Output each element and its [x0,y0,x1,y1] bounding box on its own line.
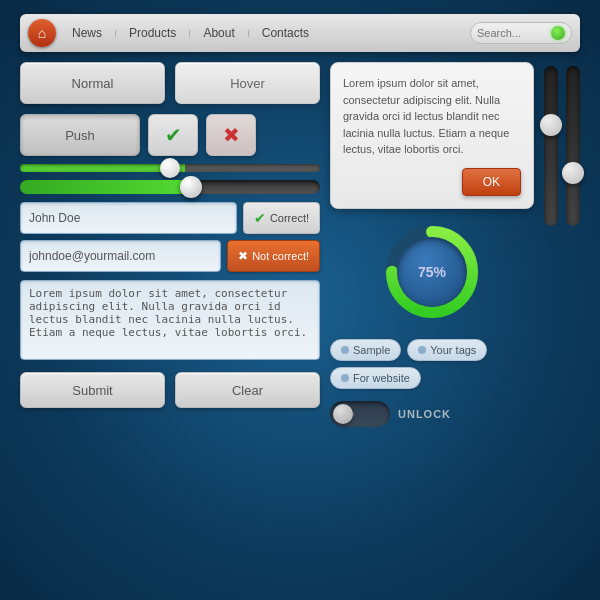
hover-button[interactable]: Hover [175,62,320,104]
tag-label-for-website: For website [353,372,410,384]
dialog-box: Lorem ipsum dolor sit amet, consectetur … [330,62,534,209]
nav-items: News ⁞ Products ⁞ About ⁞ Contacts [64,22,470,44]
circle-progress-container: 75% [382,222,482,322]
clear-button[interactable]: Clear [175,372,320,408]
nav-item-products[interactable]: Products [121,22,184,44]
slider-track-1[interactable] [20,164,320,172]
vslider-thumb-1[interactable] [540,114,562,136]
tag-your-tags[interactable]: Your tags [407,339,487,361]
tag-for-website[interactable]: For website [330,367,421,389]
nav-item-contacts[interactable]: Contacts [254,22,317,44]
nav-sep-1: ⁞ [114,28,117,39]
circle-percent-label: 75% [418,264,446,280]
email-row: ✖ Not correct! [20,240,320,272]
search-bar [470,22,572,44]
dialog-text: Lorem ipsum dolor sit amet, consectetur … [343,75,521,158]
unlock-toggle[interactable] [330,401,390,427]
main-textarea[interactable]: Lorem ipsum dolor sit amet, consectetur … [20,280,320,360]
normal-button[interactable]: Normal [20,62,165,104]
circle-section: 75% [330,217,534,327]
toggle-thumb [333,404,353,424]
cross-button[interactable]: ✖ [206,114,256,156]
slider-thumb-2[interactable] [180,176,202,198]
input-section: ✔ Correct! ✖ Not correct! [20,202,320,272]
main-content: Normal Hover Push ✔ ✖ [0,52,600,437]
button-row-2: Push ✔ ✖ [20,114,320,156]
circle-inner: 75% [397,237,467,307]
email-input[interactable] [20,240,221,272]
nav-sep-3: ⁞ [247,28,250,39]
correct-button[interactable]: ✔ Correct! [243,202,320,234]
slider-thumb-1[interactable] [160,158,180,178]
left-panel: Normal Hover Push ✔ ✖ [20,62,320,427]
action-row: Submit Clear [20,372,320,408]
tag-dot-3 [341,374,349,382]
home-button[interactable] [28,19,56,47]
checkmark-icon: ✔ [165,123,182,147]
slider-section [20,164,320,194]
tag-label-sample: Sample [353,344,390,356]
nav-item-news[interactable]: News [64,22,110,44]
unlock-label: UNLOCK [398,408,451,420]
textarea-section: Lorem ipsum dolor sit amet, consectetur … [20,280,320,364]
tag-dot [341,346,349,354]
vertical-slider-2[interactable] [566,66,580,226]
push-button[interactable]: Push [20,114,140,156]
vslider-thumb-2[interactable] [562,162,584,184]
slider-fill-2 [20,180,200,194]
tags-section: Sample Your tags For website [330,335,534,393]
name-row: ✔ Correct! [20,202,320,234]
submit-button[interactable]: Submit [20,372,165,408]
search-input[interactable] [477,27,547,39]
vertical-slider-1[interactable] [544,66,558,226]
slider-track-2[interactable] [20,180,320,194]
search-dot [551,26,565,40]
not-correct-button[interactable]: ✖ Not correct! [227,240,320,272]
tag-dot-2 [418,346,426,354]
unlock-section: UNLOCK [330,401,534,427]
navbar: News ⁞ Products ⁞ About ⁞ Contacts [20,14,580,52]
button-row-1: Normal Hover [20,62,320,104]
right-panel: Lorem ipsum dolor sit amet, consectetur … [330,62,534,427]
check-button[interactable]: ✔ [148,114,198,156]
name-input[interactable] [20,202,237,234]
tag-label-your-tags: Your tags [430,344,476,356]
correct-label: Correct! [270,212,309,224]
correct-check-icon: ✔ [254,210,266,226]
nav-sep-2: ⁞ [188,28,191,39]
not-correct-label: Not correct! [252,250,309,262]
cross-icon: ✖ [223,123,240,147]
nav-item-about[interactable]: About [195,22,242,44]
vertical-sliders [544,62,580,427]
tag-sample[interactable]: Sample [330,339,401,361]
ok-button[interactable]: OK [462,168,521,196]
not-correct-x-icon: ✖ [238,249,248,263]
